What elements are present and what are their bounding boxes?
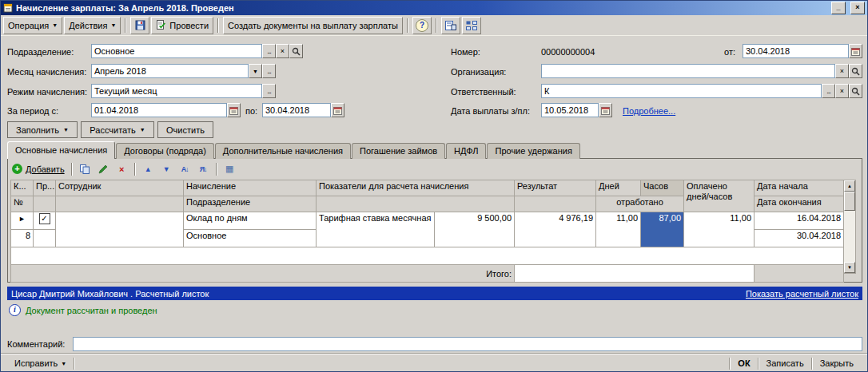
tab-main-accruals[interactable]: Основные начисления [7, 141, 115, 159]
edit-row-button[interactable] [96, 162, 111, 176]
responsible-clear-button[interactable]: × [835, 84, 849, 98]
number-label: Номер: [451, 45, 480, 59]
fix-button[interactable]: Исправить ▼ [7, 356, 74, 370]
cell-indicator-value[interactable]: 9 500,00 [435, 212, 515, 247]
subdivision-select-button[interactable]: ... [262, 44, 276, 58]
create-payout-docs-button[interactable]: Создать документы на выплату зарплаты [223, 17, 403, 34]
period-from-label: За период с: [7, 104, 58, 118]
date-field-group: 30.04.2018 [743, 44, 862, 58]
cell-subdivision[interactable]: Основное [184, 230, 317, 247]
cell-result[interactable]: 4 976,19 [515, 212, 596, 247]
responsible-field-group: К ... × [541, 84, 862, 98]
pay-date-input[interactable]: 10.05.2018 [541, 103, 599, 117]
calculate-button[interactable]: Рассчитать ▼ [81, 121, 154, 138]
copy-row-button[interactable] [78, 162, 93, 176]
organization-input[interactable] [541, 64, 835, 78]
period-from-calendar-button[interactable] [227, 103, 241, 117]
tab-loan-repayment[interactable]: Погашение займов [352, 143, 445, 159]
tab-additional-accruals[interactable]: Дополнительные начисления [215, 143, 351, 159]
grid-settings-button[interactable]: ▦ [222, 162, 237, 176]
add-row-button[interactable]: + Добавить [10, 162, 66, 176]
organization-clear-button[interactable]: × [835, 64, 849, 78]
comment-input[interactable] [73, 337, 862, 351]
grid-toolbar-separator [71, 163, 73, 176]
cell-row-number[interactable]: 8 [11, 230, 34, 247]
cell-indicator[interactable]: Тарифная ставка месячная [317, 212, 435, 247]
calendar-icon [601, 106, 610, 115]
move-up-button[interactable]: ▲ [141, 162, 156, 176]
responsible-input[interactable]: К [541, 84, 822, 98]
post-document-button[interactable]: Провести [151, 17, 213, 34]
tab-other-deductions[interactable]: Прочие удержания [487, 143, 579, 159]
tab-ndfl[interactable]: НДФЛ [446, 143, 486, 159]
ok-button[interactable]: ОК [731, 356, 757, 370]
subdivision-input[interactable]: Основное [91, 44, 262, 58]
tab-contracts[interactable]: Договоры (подряда) [116, 143, 214, 159]
cell-accrual[interactable]: Оклад по дням [184, 212, 317, 230]
cell-hours-selected[interactable]: 87,00 [641, 212, 684, 247]
accrual-month-input[interactable]: Апрель 2018 [91, 64, 249, 78]
pay-date-calendar-button[interactable] [599, 103, 612, 117]
responsible-open-button[interactable] [849, 84, 862, 98]
organization-field-group: × [541, 64, 862, 78]
operation-menu-button[interactable]: Операция ▼ [3, 17, 62, 34]
row-marker-cell[interactable]: ► [11, 212, 34, 230]
chevron-down-icon: ▼ [63, 127, 69, 133]
save-icon-button[interactable] [130, 17, 149, 34]
row-flag-cell[interactable]: ✓ [34, 212, 56, 230]
close-window-button[interactable]: Закрыть [813, 356, 861, 370]
cell-date-start[interactable]: 16.04.2018 [755, 212, 844, 230]
move-down-button[interactable]: ▼ [159, 162, 174, 176]
save-button[interactable]: Записать [759, 356, 811, 370]
table-scrollbar[interactable]: ▲ ▼ [843, 180, 856, 274]
footer-left: Исправить ▼ [7, 356, 75, 370]
responsible-select-button[interactable]: ... [822, 84, 835, 98]
period-from-input[interactable]: 01.04.2018 [91, 103, 227, 117]
sort-az-icon: А↓ [181, 165, 189, 173]
cell-paid[interactable]: 11,00 [684, 212, 755, 247]
fill-button[interactable]: Заполнить ▼ [7, 121, 78, 138]
actions-menu-button[interactable]: Действия ▼ [64, 17, 121, 34]
date-input[interactable]: 30.04.2018 [743, 44, 849, 58]
accrual-mode-input[interactable]: Текущий месяц [91, 84, 262, 98]
scroll-up-button[interactable]: ▲ [844, 180, 855, 192]
help-button[interactable]: ? [412, 17, 432, 34]
accrual-month-dropdown-button[interactable]: ▼ [249, 64, 262, 78]
details-link[interactable]: Подробнее... [623, 104, 675, 118]
cell-employee[interactable] [56, 212, 184, 247]
sort-ascending-button[interactable]: А↓ [177, 162, 193, 176]
help-icon: ? [416, 19, 428, 32]
period-to-calendar-button[interactable] [331, 103, 344, 117]
delete-row-button[interactable]: × [114, 162, 129, 176]
cell-days[interactable]: 11,00 [596, 212, 641, 247]
cell-flag-2[interactable] [34, 230, 56, 247]
related-documents-button[interactable] [441, 17, 460, 34]
footer-right: ОК Записать Закрыть [729, 356, 861, 370]
scroll-down-button[interactable]: ▼ [844, 262, 855, 273]
accrual-month-select-button[interactable]: ... [262, 64, 276, 78]
close-button[interactable]: × [850, 2, 865, 14]
cell-date-end[interactable]: 30.04.2018 [755, 230, 844, 247]
accrual-mode-select-button[interactable]: ... [262, 84, 276, 98]
arrow-down-icon: ▼ [163, 165, 170, 173]
header-indicators-2 [317, 196, 515, 212]
minimize-button[interactable]: _ [831, 2, 846, 14]
subdivision-label: Подразделение: [7, 45, 74, 59]
comment-label: Комментарий: [7, 337, 65, 351]
clear-button[interactable]: Очистить [157, 121, 213, 138]
header-hours: Часов [641, 180, 684, 196]
row-checkbox[interactable]: ✓ [39, 213, 50, 224]
scrollbar-thumb[interactable] [844, 192, 855, 211]
date-calendar-button[interactable] [849, 44, 862, 58]
subdivision-clear-button[interactable]: × [276, 44, 289, 58]
header-flag-2 [34, 196, 56, 212]
organization-open-button[interactable] [849, 64, 862, 78]
document-structure-button[interactable] [462, 17, 481, 34]
grid-toolbar-separator [134, 163, 136, 176]
subdivision-open-button[interactable] [289, 44, 303, 58]
show-payslip-link[interactable]: Показать расчетный листок [746, 289, 858, 299]
pay-date-field-group: 10.05.2018 [541, 103, 612, 117]
period-to-input[interactable]: 30.04.2018 [262, 103, 331, 117]
period-from-field-group: 01.04.2018 [91, 103, 241, 117]
sort-descending-button[interactable]: Я↓ [196, 162, 211, 176]
